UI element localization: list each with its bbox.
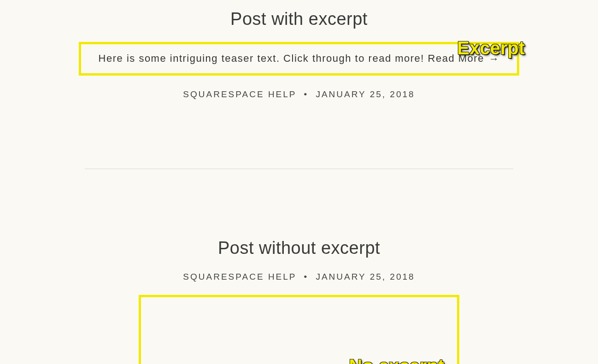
post-meta: SQUARESPACE HELP • JANUARY 25, 2018 bbox=[78, 89, 520, 100]
post-title[interactable]: Post without excerpt bbox=[78, 238, 520, 258]
annotation-no-excerpt-label: No excerpt bbox=[349, 356, 444, 364]
post-date[interactable]: JANUARY 25, 2018 bbox=[316, 272, 415, 282]
post-meta: SQUARESPACE HELP • JANUARY 25, 2018 bbox=[78, 272, 520, 282]
empty-excerpt-highlight-box: No excerpt bbox=[139, 295, 459, 364]
post-divider bbox=[85, 169, 513, 169]
excerpt-highlight-box: Here is some intriguing teaser text. Cli… bbox=[79, 42, 519, 76]
meta-separator: • bbox=[304, 89, 308, 99]
excerpt-text: Here is some intriguing teaser text. Cli… bbox=[99, 53, 428, 64]
post-title[interactable]: Post with excerpt bbox=[78, 9, 520, 29]
post-author[interactable]: SQUARESPACE HELP bbox=[183, 89, 296, 99]
post-without-excerpt: Post without excerpt SQUARESPACE HELP • … bbox=[78, 238, 520, 364]
post-with-excerpt: Post with excerpt Here is some intriguin… bbox=[78, 9, 520, 100]
annotation-excerpt-label: Excerpt bbox=[457, 38, 525, 59]
page-container: Post with excerpt Here is some intriguin… bbox=[78, 0, 520, 364]
meta-separator: • bbox=[304, 272, 308, 282]
post-date[interactable]: JANUARY 25, 2018 bbox=[316, 89, 415, 99]
post-author[interactable]: SQUARESPACE HELP bbox=[183, 272, 296, 282]
